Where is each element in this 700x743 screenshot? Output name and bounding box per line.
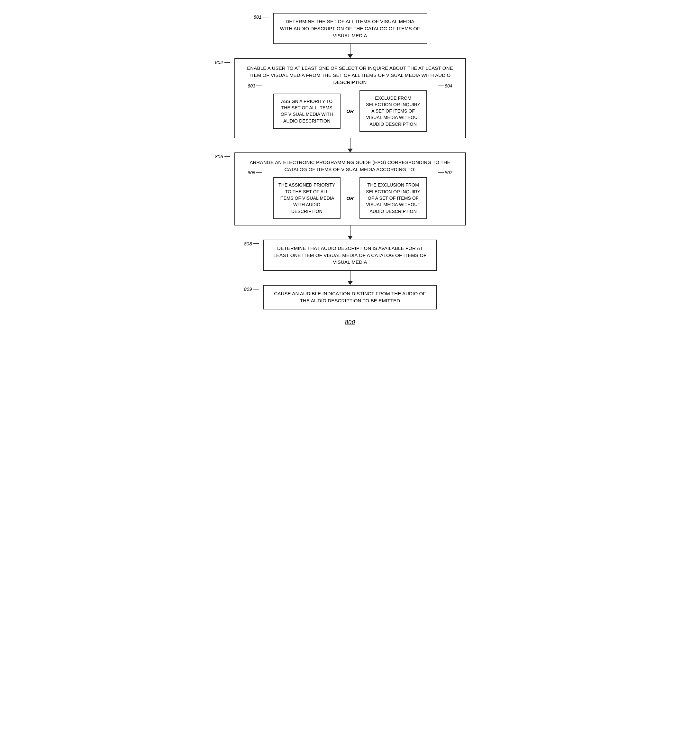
node-805: 805 ARRANGE AN ELECTRONIC PROGRAMMING GU… xyxy=(235,152,466,225)
or-label-802: OR xyxy=(341,108,359,114)
arrow-line xyxy=(350,138,350,149)
arrow-1 xyxy=(348,44,353,58)
container-805-label: ARRANGE AN ELECTRONIC PROGRAMMING GUIDE … xyxy=(241,159,459,173)
container-802-label: ENABLE A USER TO AT LEAST ONE OF SELECT … xyxy=(241,65,459,86)
arrow-line xyxy=(350,44,350,54)
container-802: ENABLE A USER TO AT LEAST ONE OF SELECT … xyxy=(235,58,466,138)
figure-label: 800 xyxy=(345,319,355,326)
ref-805: 805 xyxy=(215,154,230,159)
box-807: THE EXCLUSION FROM SELECTION OR INQUIRY … xyxy=(359,177,427,219)
ref-804: 804 xyxy=(438,83,452,89)
arrow-head xyxy=(348,281,353,285)
ref-803: 803 xyxy=(248,83,262,89)
arrow-3 xyxy=(348,225,353,240)
box-808: DETERMINE THAT AUDIO DESCRIPTION IS AVAI… xyxy=(263,240,437,271)
ref-802: 802 xyxy=(215,59,230,65)
node-808: 808 DETERMINE THAT AUDIO DESCRIPTION IS … xyxy=(263,240,437,271)
box-809: CAUSE AN AUDIBLE INDICATION DISTINCT FRO… xyxy=(263,285,437,309)
inner-row-805: 806 807 THE ASSIGNED PRIORITY TO THE SET… xyxy=(241,177,459,219)
container-805: ARRANGE AN ELECTRONIC PROGRAMMING GUIDE … xyxy=(235,152,466,225)
arrow-head xyxy=(348,149,353,152)
ref-807: 807 xyxy=(438,170,452,175)
node-801: 801 DETERMINE THE SET OF ALL ITEMS OF VI… xyxy=(273,13,427,44)
arrow-4 xyxy=(348,271,353,285)
arrow-head xyxy=(348,236,353,240)
box-803: ASSIGN A PRIORITY TO THE SET OF ALL ITEM… xyxy=(273,93,341,129)
box-806: THE ASSIGNED PRIORITY TO THE SET OF ALL … xyxy=(273,177,341,219)
ref-801: 801 xyxy=(254,14,269,19)
flowchart: 801 DETERMINE THE SET OF ALL ITEMS OF VI… xyxy=(212,13,489,326)
inner-row-802: 803 804 ASSIGN A PRIORITY TO THE SET OF … xyxy=(241,90,459,132)
or-label-805: OR xyxy=(341,195,359,201)
ref-808: 808 xyxy=(244,241,259,246)
ref-809: 809 xyxy=(244,286,259,292)
box-804: EXCLUDE FROM SELECTION OR INQUIRY A SET … xyxy=(359,90,427,132)
box-801: DETERMINE THE SET OF ALL ITEMS OF VISUAL… xyxy=(273,13,427,44)
arrow-2 xyxy=(348,138,353,152)
arrow-line xyxy=(350,225,350,236)
arrow-line xyxy=(350,271,350,281)
ref-806: 806 xyxy=(248,170,262,175)
node-802: 802 ENABLE A USER TO AT LEAST ONE OF SEL… xyxy=(235,58,466,138)
node-809: 809 CAUSE AN AUDIBLE INDICATION DISTINCT… xyxy=(263,285,437,309)
arrow-head xyxy=(348,54,353,58)
